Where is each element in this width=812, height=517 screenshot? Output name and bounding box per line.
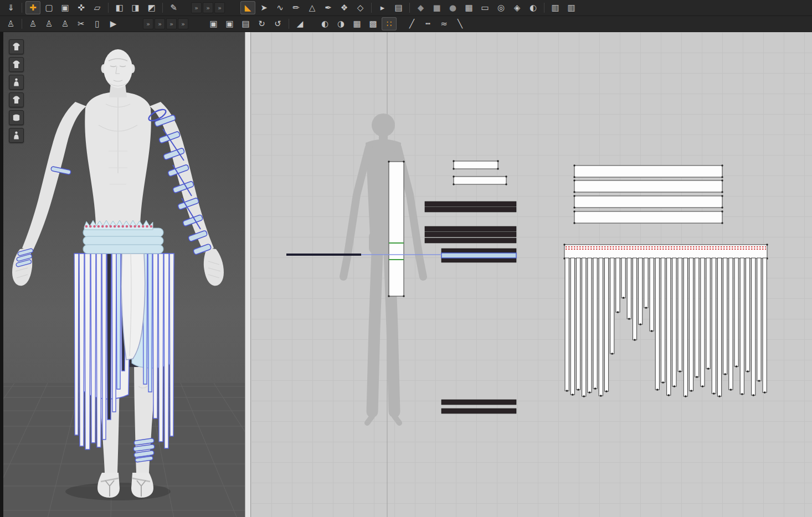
nav-2-icon[interactable]: » xyxy=(155,18,165,29)
stitch-pin-icon[interactable]: ╲ xyxy=(453,17,467,30)
shape-square-icon[interactable]: ■ xyxy=(429,1,444,14)
fringe-strip[interactable] xyxy=(627,258,631,319)
pattern-strip[interactable] xyxy=(425,201,516,206)
select-lasso-icon[interactable]: ▣ xyxy=(58,1,73,14)
transform-pattern-icon[interactable]: ✜ xyxy=(74,1,89,14)
stitch-wave-icon[interactable]: ≈ xyxy=(436,17,451,30)
polygon-tool-icon[interactable]: △ xyxy=(305,1,320,14)
pattern-strip[interactable] xyxy=(441,258,516,262)
fringe-strip[interactable] xyxy=(672,258,676,386)
fringe-strip[interactable] xyxy=(678,258,682,371)
avatar-list-button[interactable] xyxy=(9,128,24,143)
fringe-strip[interactable] xyxy=(763,258,767,392)
show-fabric-button[interactable] xyxy=(9,110,24,125)
stamp-tool-icon[interactable]: ▯ xyxy=(90,17,105,30)
fringe-strip[interactable] xyxy=(621,258,625,298)
pen-tool-icon[interactable]: ✒ xyxy=(321,1,336,14)
pattern-piece[interactable] xyxy=(574,180,722,192)
avatar-edit-icon[interactable]: ♙ xyxy=(42,17,56,30)
garment-back-icon[interactable]: ◑ xyxy=(333,17,348,30)
trace-tool-icon[interactable]: ❖ xyxy=(337,1,352,14)
fringe-strip[interactable] xyxy=(593,258,597,389)
shape-polygon-icon[interactable]: ◆ xyxy=(413,1,428,14)
fringe-strip[interactable] xyxy=(639,258,643,324)
pattern-piece[interactable] xyxy=(574,166,722,177)
shape-diamond-outline-icon[interactable]: ◈ xyxy=(510,1,525,14)
rotate-ccw-icon[interactable]: ↺ xyxy=(270,17,285,30)
texture-surface-icon[interactable]: ▦ xyxy=(350,17,364,30)
pattern-editor-2d[interactable] xyxy=(251,32,812,517)
copy-pattern-icon[interactable]: ▣ xyxy=(206,17,221,30)
pattern-triangle-tool-icon[interactable]: ◣ xyxy=(240,1,255,14)
fringe-strip[interactable] xyxy=(571,258,574,395)
pattern-strip-selected[interactable] xyxy=(441,253,516,258)
move-quadrant-left-icon[interactable]: ◧ xyxy=(112,1,127,14)
select-box-icon[interactable]: ▢ xyxy=(42,1,56,14)
shape-gradient-icon[interactable]: ◐ xyxy=(526,1,541,14)
shape-circle-outline-icon[interactable]: ◎ xyxy=(494,1,508,14)
fringe-strip[interactable] xyxy=(588,258,592,392)
folder-open-icon[interactable]: ▤ xyxy=(391,1,406,14)
fringe-strip[interactable] xyxy=(610,258,614,354)
fringe-strip[interactable] xyxy=(604,258,608,391)
move-quadrant-corner-icon[interactable]: ◩ xyxy=(144,1,159,14)
panel-splitter[interactable] xyxy=(245,32,251,517)
cut-tool-icon[interactable]: ✂ xyxy=(74,17,89,30)
dart-tool-icon[interactable]: ◇ xyxy=(353,1,368,14)
fringe-strip[interactable] xyxy=(752,258,756,395)
fringe-strip[interactable] xyxy=(689,258,693,391)
fringe-strip[interactable] xyxy=(757,258,761,381)
fringe-strip[interactable] xyxy=(599,258,603,396)
fringe-strip[interactable] xyxy=(734,258,738,366)
iron-tool-icon[interactable]: ◢ xyxy=(292,17,307,30)
pattern-strip[interactable] xyxy=(425,207,516,212)
fringe-strip[interactable] xyxy=(650,258,654,331)
fringe-strip[interactable] xyxy=(740,258,744,394)
nav-4-icon[interactable]: » xyxy=(178,18,188,29)
seek-back-icon[interactable]: » xyxy=(191,2,202,13)
edit-stroke-icon[interactable]: ✎ xyxy=(166,1,181,14)
fringe-strip[interactable] xyxy=(565,258,569,391)
nav-3-icon[interactable]: » xyxy=(166,18,177,29)
fringe-strip[interactable] xyxy=(582,258,586,396)
fringe-strip[interactable] xyxy=(576,258,580,390)
pattern-strip[interactable] xyxy=(441,409,516,413)
edit-curvature-icon[interactable]: ∿ xyxy=(273,1,287,14)
fringe-strip[interactable] xyxy=(633,258,636,340)
import-garment-icon[interactable]: ⇓ xyxy=(3,1,18,14)
show-underlayer-button[interactable] xyxy=(9,57,24,72)
flip-pattern-icon[interactable]: ▱ xyxy=(90,1,105,14)
pattern-piece[interactable] xyxy=(389,162,404,296)
show-avatar-button[interactable] xyxy=(9,75,24,90)
show-cloth-layer-button[interactable] xyxy=(9,92,24,107)
fringe-strip[interactable] xyxy=(695,258,699,377)
fringe-strip[interactable] xyxy=(655,258,659,390)
pattern-strip[interactable] xyxy=(425,238,516,243)
garment-front-icon[interactable]: ◐ xyxy=(317,17,332,30)
seek-mid-icon[interactable]: » xyxy=(203,2,213,13)
shape-circle-icon[interactable]: ● xyxy=(445,1,460,14)
avatar-walk-icon[interactable]: ♙ xyxy=(3,17,18,30)
fringe-strip[interactable] xyxy=(729,258,733,390)
pattern-piece[interactable] xyxy=(454,161,498,169)
stitch-dashed-icon[interactable]: ┅ xyxy=(420,17,435,30)
fringe-strip[interactable] xyxy=(746,258,749,371)
show-points-icon[interactable]: ∷ xyxy=(382,17,397,30)
columns-alt-icon[interactable]: ▥ xyxy=(564,1,579,14)
columns-icon[interactable]: ▥ xyxy=(548,1,563,14)
stitch-segment-icon[interactable]: ╱ xyxy=(404,17,419,30)
pattern-piece[interactable] xyxy=(574,196,722,208)
pattern-strip[interactable] xyxy=(425,232,516,237)
shape-page-icon[interactable]: ▦ xyxy=(461,1,476,14)
fringe-strip[interactable] xyxy=(644,258,648,308)
fringe-strip[interactable] xyxy=(683,258,687,396)
rotate-cw-icon[interactable]: ↻ xyxy=(254,17,269,30)
pattern-piece[interactable] xyxy=(454,177,506,184)
nav-1-icon[interactable]: » xyxy=(143,18,153,29)
fringe-strip[interactable] xyxy=(717,258,721,396)
move-quadrant-right-icon[interactable]: ◨ xyxy=(128,1,143,14)
avatar-motion-icon[interactable]: ♙ xyxy=(58,17,73,30)
show-garment-button[interactable] xyxy=(9,39,24,54)
select-move-icon[interactable]: ✚ xyxy=(25,1,40,14)
shape-rect-outline-icon[interactable]: ▭ xyxy=(477,1,492,14)
